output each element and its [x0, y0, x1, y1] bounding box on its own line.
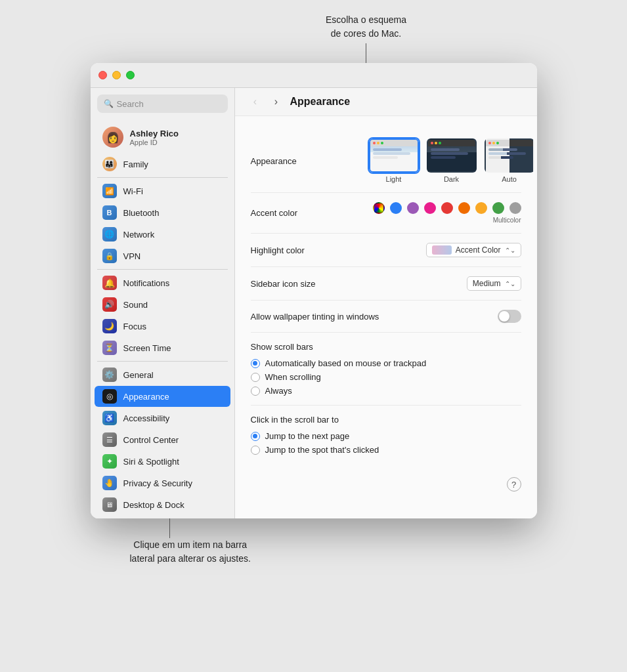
privacy-label: Privacy & Security: [123, 478, 192, 488]
divider-2: [97, 269, 228, 270]
scrollbars-scrolling-label: When scrolling: [265, 372, 321, 382]
scrollbars-scrolling-option[interactable]: When scrolling: [251, 372, 521, 382]
dropdown-arrow-icon: ⌃⌄: [505, 247, 515, 254]
highlight-color-value: Accent Color: [456, 245, 501, 255]
accent-yellow[interactable]: [475, 202, 487, 214]
click-spot-radio[interactable]: [251, 446, 260, 455]
panel-body: Appearance: [235, 116, 537, 518]
accent-colors-container: Multicolor: [369, 202, 521, 224]
highlight-color-dropdown[interactable]: Accent Color ⌃⌄: [426, 243, 521, 257]
appearance-auto-option[interactable]: Auto: [485, 138, 534, 183]
screentime-icon: ⏳: [102, 341, 117, 355]
search-bar[interactable]: 🔍 Search: [97, 94, 228, 113]
sidebar-item-sound[interactable]: 🔊 Sound: [95, 294, 230, 315]
right-panel: ‹ › Appearance Appearance: [235, 88, 537, 518]
highlight-swatch: [432, 245, 452, 255]
scrollbars-always-label: Always: [265, 386, 292, 396]
color-dots-row: [373, 202, 521, 214]
accent-orange[interactable]: [458, 202, 470, 214]
sidebar-item-family[interactable]: 👨‍👩‍👧 Family: [95, 154, 230, 175]
wallpaper-tinting-control: [498, 310, 521, 323]
bluetooth-label: Bluetooth: [123, 208, 160, 218]
accent-color-row: Accent color: [251, 193, 521, 234]
click-scrollbar-radio-group: Jump to the next page Jump to the spot t…: [251, 431, 521, 455]
traffic-lights: [98, 71, 135, 79]
scrollbars-auto-radio[interactable]: [251, 359, 260, 368]
appearance-dark-option[interactable]: Dark: [427, 138, 477, 183]
sound-icon: 🔊: [102, 297, 117, 312]
sidebar-item-desktop[interactable]: 🖥 Desktop & Dock: [95, 494, 230, 515]
sidebar-item-general[interactable]: ⚙️ General: [95, 364, 230, 385]
wallpaper-tinting-toggle[interactable]: [498, 310, 521, 323]
sidebar-icon-size-control: Medium ⌃⌄: [369, 276, 521, 291]
accent-graphite[interactable]: [509, 202, 521, 214]
toggle-knob: [499, 311, 509, 322]
help-button[interactable]: ?: [507, 477, 521, 492]
user-avatar: 👩: [102, 127, 123, 148]
siri-icon: ✦: [102, 454, 117, 469]
accent-purple[interactable]: [407, 202, 419, 214]
auto-thumb: [485, 138, 534, 173]
general-label: General: [123, 370, 154, 380]
forward-button[interactable]: ›: [269, 94, 284, 109]
sidebar-item-siri[interactable]: ✦ Siri & Spotlight: [95, 451, 230, 472]
system-preferences-window: 🔍 Search 👩 Ashley Rico Apple ID 👨‍👩‍👧 Fa…: [91, 63, 537, 518]
show-scrollbars-title: Show scroll bars: [251, 342, 521, 352]
wifi-icon: 📶: [102, 184, 117, 198]
sidebar-icon-size-dropdown[interactable]: Medium ⌃⌄: [467, 276, 521, 291]
show-scrollbars-section: Show scroll bars Automatically based on …: [251, 333, 521, 406]
click-spot-option[interactable]: Jump to the spot that's clicked: [251, 445, 521, 455]
accent-green[interactable]: [492, 202, 504, 214]
sidebar-item-screentime[interactable]: ⏳ Screen Time: [95, 337, 230, 358]
click-nextpage-radio[interactable]: [251, 432, 260, 441]
wallpaper-tinting-label: Allow wallpaper tinting in windows: [251, 312, 498, 322]
click-nextpage-option[interactable]: Jump to the next page: [251, 431, 521, 441]
accessibility-icon: ♿: [102, 411, 117, 425]
click-spot-label: Jump to the spot that's clicked: [265, 445, 379, 455]
light-label: Light: [386, 175, 402, 183]
sidebar-item-focus[interactable]: 🌙 Focus: [95, 316, 230, 337]
notifications-label: Notifications: [123, 278, 170, 288]
close-button[interactable]: [98, 71, 107, 79]
desktop-label: Desktop & Dock: [123, 500, 184, 510]
sidebar-item-controlcenter[interactable]: ☰ Control Center: [95, 429, 230, 450]
click-nextpage-label: Jump to the next page: [265, 431, 350, 441]
sidebar-item-appleid[interactable]: 👩 Ashley Rico Apple ID: [95, 121, 230, 153]
accent-multicolor[interactable]: [373, 202, 385, 214]
sidebar-item-bluetooth[interactable]: B Bluetooth: [95, 202, 230, 223]
scrollbars-auto-label: Automatically based on mouse or trackpad: [265, 358, 427, 368]
sidebar-item-network[interactable]: 🌐 Network: [95, 224, 230, 245]
auto-label: Auto: [502, 175, 517, 183]
scrollbars-scrolling-radio[interactable]: [251, 373, 260, 382]
sidebar-item-notifications[interactable]: 🔔 Notifications: [95, 272, 230, 293]
search-placeholder: Search: [117, 99, 144, 109]
minimize-button[interactable]: [112, 71, 121, 79]
sidebar-item-appearance[interactable]: ◎ Appearance: [95, 386, 230, 407]
sidebar-item-privacy[interactable]: 🤚 Privacy & Security: [95, 472, 230, 494]
bottom-annotation: Clique em um item na barra lateral para …: [130, 538, 251, 566]
accent-red[interactable]: [441, 202, 453, 214]
user-subtitle: Apple ID: [130, 138, 179, 146]
accent-pink[interactable]: [424, 202, 436, 214]
scrollbars-auto-option[interactable]: Automatically based on mouse or trackpad: [251, 358, 521, 368]
scrollbars-always-option[interactable]: Always: [251, 386, 521, 396]
sidebar-item-vpn[interactable]: 🔒 VPN: [95, 245, 230, 266]
main-content: 🔍 Search 👩 Ashley Rico Apple ID 👨‍👩‍👧 Fa…: [91, 88, 537, 518]
sidebar-item-wifi[interactable]: 📶 Wi-Fi: [95, 180, 230, 201]
sidebar-size-arrow-icon: ⌃⌄: [505, 280, 515, 287]
sidebar-item-accessibility[interactable]: ♿ Accessibility: [95, 408, 230, 429]
click-scrollbar-title: Click in the scroll bar to: [251, 415, 521, 425]
maximize-button[interactable]: [126, 71, 135, 79]
general-icon: ⚙️: [102, 368, 117, 382]
desktop-icon: 🖥: [102, 497, 117, 512]
accent-blue[interactable]: [390, 202, 402, 214]
network-label: Network: [123, 230, 155, 240]
network-icon: 🌐: [102, 227, 117, 242]
top-annotation: Escolha o esquema de cores do Mac.: [326, 13, 406, 41]
click-scrollbar-section: Click in the scroll bar to Jump to the n…: [251, 406, 521, 464]
scrollbars-always-radio[interactable]: [251, 387, 260, 396]
appearance-light-option[interactable]: Light: [369, 138, 419, 183]
back-button[interactable]: ‹: [248, 94, 263, 109]
panel-header: ‹ › Appearance: [235, 88, 537, 116]
accessibility-label: Accessibility: [123, 413, 170, 423]
